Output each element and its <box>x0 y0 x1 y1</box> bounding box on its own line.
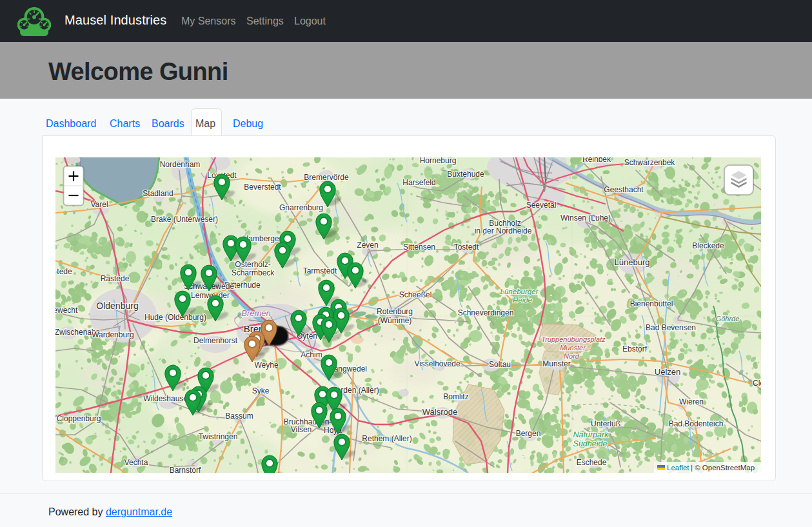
svg-text:Cloppenburg: Cloppenburg <box>57 414 101 423</box>
svg-text:in der Nordheide: in der Nordheide <box>475 226 532 235</box>
svg-text:Soltau: Soltau <box>489 360 511 369</box>
svg-text:Wieren: Wieren <box>679 397 704 406</box>
svg-text:Vilsen: Vilsen <box>291 425 312 434</box>
svg-text:Zeven: Zeven <box>357 241 378 250</box>
svg-text:Tostedt: Tostedt <box>454 243 479 252</box>
svg-text:Osterholz-: Osterholz- <box>235 260 270 269</box>
svg-text:Buxtehude: Buxtehude <box>447 170 484 179</box>
svg-text:Wardenburg: Wardenburg <box>92 330 134 339</box>
svg-text:Lüneburg: Lüneburg <box>615 257 650 267</box>
svg-text:Naturpark: Naturpark <box>573 430 609 439</box>
svg-text:Munster: Munster <box>542 359 570 368</box>
svg-text:Lüneburger: Lüneburger <box>500 288 539 295</box>
svg-text:Weyhe: Weyhe <box>254 361 278 370</box>
svg-text:Bremervörde: Bremervörde <box>304 173 349 182</box>
svg-text:Scheeßel: Scheeßel <box>399 290 432 299</box>
svg-text:Göhrde: Göhrde <box>716 315 740 323</box>
svg-text:Rastede: Rastede <box>101 274 130 283</box>
svg-text:Rethem (Aller): Rethem (Aller) <box>362 434 411 443</box>
svg-text:Tarmstedt: Tarmstedt <box>303 266 337 275</box>
svg-text:Brake (Unterweser): Brake (Unterweser) <box>151 215 218 224</box>
svg-text:lewecht: lewecht <box>55 306 78 315</box>
svg-text:Seevetal: Seevetal <box>526 201 557 210</box>
svg-text:Schneverdingen: Schneverdingen <box>458 308 514 317</box>
svg-text:Bassum: Bassum <box>225 412 253 421</box>
svg-text:Bleckede: Bleckede <box>692 241 724 250</box>
svg-text:Nordenham: Nordenham <box>160 160 201 169</box>
svg-text:Twistringen: Twistringen <box>199 432 238 441</box>
svg-text:Stadland: Stadland <box>143 189 173 198</box>
svg-text:Geesthacht: Geesthacht <box>604 185 644 194</box>
svg-text:Leaflet: Leaflet <box>667 464 689 472</box>
svg-text:Munster: Munster <box>560 344 586 352</box>
svg-text:| © OpenStreetMap: | © OpenStreetMap <box>691 464 755 472</box>
svg-text:Syke: Syke <box>252 386 270 395</box>
svg-text:Vechta: Vechta <box>124 458 148 467</box>
svg-text:Eschede: Eschede <box>577 458 607 467</box>
svg-text:tede: tede <box>57 267 72 276</box>
svg-text:Bad Bodenteich: Bad Bodenteich <box>669 419 724 428</box>
svg-text:Bremen: Bremen <box>241 308 271 318</box>
svg-text:Uelzen: Uelzen <box>655 367 680 377</box>
svg-text:Visselhövede: Visselhövede <box>414 359 460 368</box>
svg-text:Bienenbüttel: Bienenbüttel <box>630 299 673 308</box>
svg-text:Beverstedt: Beverstedt <box>244 183 281 192</box>
svg-text:Bad Bevensen: Bad Bevensen <box>646 323 696 332</box>
svg-text:Bomlitz: Bomlitz <box>443 392 468 401</box>
svg-text:Schwarzenbek: Schwarzenbek <box>624 158 676 167</box>
svg-text:Barnstorf: Barnstorf <box>170 466 201 473</box>
svg-text:Hude (Oldenburg): Hude (Oldenburg) <box>144 313 206 322</box>
svg-text:Rotenburg: Rotenburg <box>377 307 413 316</box>
svg-text:Reinbek: Reinbek <box>582 157 611 164</box>
svg-text:Bergen: Bergen <box>516 429 541 438</box>
svg-text:Cle: Cle <box>753 379 761 388</box>
svg-text:Gnarrenburg: Gnarrenburg <box>279 203 323 212</box>
svg-text:Achim: Achim <box>301 350 322 359</box>
svg-text:Horneburg: Horneburg <box>420 157 457 165</box>
svg-text:Nord: Nord <box>564 352 580 360</box>
svg-text:Harsefeld: Harsefeld <box>402 178 435 187</box>
svg-text:Sittensen: Sittensen <box>403 243 435 252</box>
svg-text:Ebstorf: Ebstorf <box>622 344 648 353</box>
svg-text:Truppenübungsplatz: Truppenübungsplatz <box>541 335 606 343</box>
svg-text:(Wümme): (Wümme) <box>378 316 412 325</box>
svg-text:Heide: Heide <box>513 296 532 304</box>
svg-text:Oldenburg: Oldenburg <box>96 301 138 311</box>
svg-text:Winsen (Luhe): Winsen (Luhe) <box>560 214 611 223</box>
svg-text:Varel: Varel <box>90 200 108 209</box>
svg-text:Südheide: Südheide <box>573 439 608 448</box>
svg-text:Unterlüß: Unterlüß <box>591 419 620 428</box>
svg-text:Delmenhorst: Delmenhorst <box>193 336 238 345</box>
svg-text:Scharmbeck: Scharmbeck <box>232 268 275 277</box>
svg-text:Walsrode: Walsrode <box>422 407 457 417</box>
